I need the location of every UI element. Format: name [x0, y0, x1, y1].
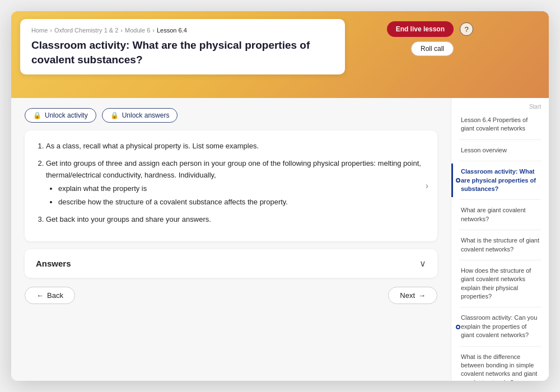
sidebar-start-label: Start [451, 104, 549, 112]
roll-call-button[interactable]: Roll call [411, 41, 454, 56]
breadcrumb-sep2: › [120, 27, 123, 34]
sidebar-item-4[interactable]: What is the structure of giant covalent … [451, 232, 549, 258]
sidebar-item-2[interactable]: Classroom activity: What are physical pr… [451, 164, 549, 197]
sidebar-item-3[interactable]: What are giant covalent networks? [451, 202, 549, 227]
activity-subitem-1: explain what the property is [58, 183, 426, 195]
unlock-activity-label: Unlock activity [45, 111, 88, 119]
sidebar-item-7[interactable]: What is the difference between bonding i… [451, 349, 549, 381]
activity-item-1: As a class, recall what a physical prope… [46, 141, 426, 152]
activity-subitem-2: describe how the structure of a covalent… [58, 197, 426, 208]
breadcrumb-sep1: › [50, 27, 52, 34]
sidebar-item-6[interactable]: Classroom activity: Can you explain the … [451, 310, 549, 343]
page-title: Classroom activity: What are the physica… [31, 38, 334, 67]
next-button[interactable]: Next → [388, 287, 437, 304]
sidebar-divider-7 [459, 346, 541, 347]
activity-list: As a class, recall what a physical prope… [36, 141, 426, 226]
breadcrumb: Home › Oxford Chemistry 1 & 2 › Module 6… [31, 27, 334, 34]
breadcrumb-lesson[interactable]: Lesson 6.4 [157, 27, 187, 34]
sidebar-divider-5 [459, 260, 541, 260]
help-icon[interactable]: ? [460, 22, 473, 36]
answers-accordion[interactable]: Answers ∨ [25, 249, 437, 278]
nav-buttons: ← Back Next → [25, 287, 437, 304]
unlock-answers-button[interactable]: 🔒 Unlock answers [102, 108, 178, 123]
sidebar-divider-3 [459, 199, 541, 200]
sidebar-item-5[interactable]: How does the structure of giant covalent… [451, 263, 549, 305]
lock-icon-answers: 🔒 [110, 111, 119, 119]
unlock-activity-button[interactable]: 🔒 Unlock activity [25, 108, 96, 123]
breadcrumb-course[interactable]: Oxford Chemistry 1 & 2 [54, 27, 118, 34]
app-window: End live lesson Roll call ? Home › Oxfor… [11, 11, 549, 381]
sidebar-divider-1 [459, 139, 541, 140]
sidebar-dot-6 [456, 325, 460, 329]
hero-section: End live lesson Roll call ? Home › Oxfor… [11, 11, 549, 98]
back-button[interactable]: ← Back [25, 287, 75, 304]
hero-card: Home › Oxford Chemistry 1 & 2 › Module 6… [20, 19, 345, 74]
sidebar-divider-6 [459, 307, 541, 307]
breadcrumb-module[interactable]: Module 6 [125, 27, 150, 34]
sidebar-item-0[interactable]: Lesson 6.4 Properties of giant covalent … [451, 112, 549, 137]
main-layout: 🔒 Unlock activity 🔒 Unlock answers As a … [11, 98, 549, 381]
end-lesson-button[interactable]: End live lesson [387, 21, 454, 37]
activity-card: As a class, recall what a physical prope… [25, 130, 437, 241]
breadcrumb-sep3: › [152, 27, 155, 34]
next-label: Next [400, 291, 415, 300]
sidebar-divider-4 [459, 230, 541, 230]
back-arrow-icon: ← [36, 291, 44, 300]
chevron-down-icon: ∨ [419, 258, 426, 269]
sidebar-item-1[interactable]: Lesson overview [451, 142, 549, 158]
chevron-right-icon: › [426, 181, 428, 191]
sidebar-dot-active [456, 178, 460, 183]
activity-item-3: Get back into your groups and share your… [46, 214, 426, 226]
breadcrumb-home[interactable]: Home [31, 27, 48, 34]
next-arrow-icon: → [418, 291, 426, 300]
sidebar: Start Lesson 6.4 Properties of giant cov… [451, 98, 549, 381]
content-area: 🔒 Unlock activity 🔒 Unlock answers As a … [11, 98, 451, 381]
back-label: Back [47, 291, 63, 300]
lock-icon-activity: 🔒 [33, 111, 41, 119]
answers-label: Answers [36, 259, 71, 268]
unlock-answers-label: Unlock answers [122, 111, 170, 119]
activity-item-2: Get into groups of three and assign each… [46, 158, 426, 208]
top-controls: End live lesson Roll call [387, 21, 454, 56]
sidebar-divider-2 [459, 161, 541, 161]
unlock-bar: 🔒 Unlock activity 🔒 Unlock answers [25, 108, 437, 123]
